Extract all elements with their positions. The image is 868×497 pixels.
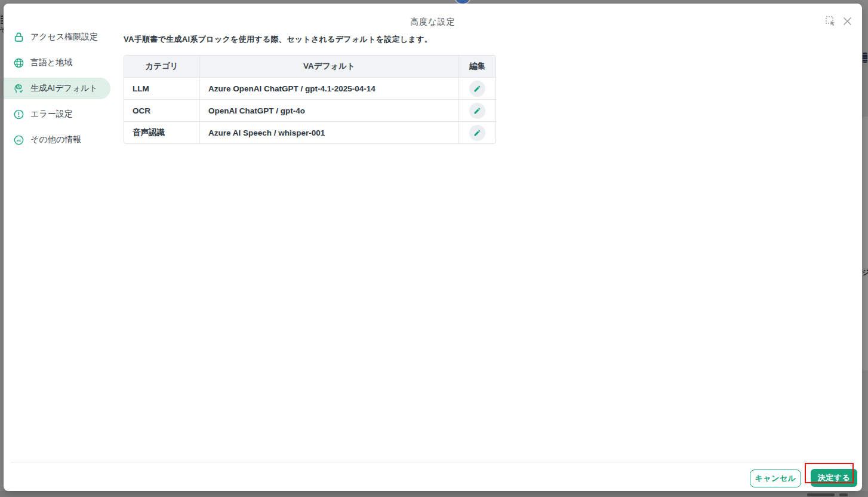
marquee-select-icon[interactable] (825, 16, 836, 27)
table-row: 音声認識 Azure AI Speech / whisper-001 (124, 121, 495, 143)
pencil-icon (473, 85, 481, 93)
error-icon (13, 108, 24, 120)
table-row: OCR OpenAI ChatGPT / gpt-4o (124, 99, 495, 121)
edit-ocr-button[interactable] (469, 103, 485, 119)
globe-icon (13, 57, 24, 69)
category-cell: LLM (124, 78, 200, 99)
va-default-cell: Azure AI Speech / whisper-001 (200, 122, 459, 143)
modal-header-icons (825, 16, 853, 27)
sidebar-item-generative-ai-defaults[interactable]: AI 生成AIデフォルト (4, 78, 110, 99)
backdrop-smudge (839, 493, 848, 496)
sidebar-item-label: エラー設定 (30, 109, 73, 119)
modal-title: 高度な設定 (4, 17, 862, 27)
column-header-category: カテゴリ (124, 56, 200, 77)
sidebar-item-language-region[interactable]: 言語と地域 (4, 52, 110, 73)
lock-icon (13, 31, 24, 43)
backdrop-grid-icon (863, 53, 867, 63)
sidebar-item-error-settings[interactable]: エラー設定 (4, 103, 110, 125)
table-header-row: カテゴリ VAデフォルト 編集 (124, 56, 495, 77)
settings-sidebar: アクセス権限設定 言語と地域 AI 生成AIデフォル (4, 26, 115, 155)
ai-defaults-table: カテゴリ VAデフォルト 編集 LLM Azure OpenAI ChatGPT… (124, 55, 496, 144)
pencil-icon (473, 129, 481, 137)
va-default-cell: Azure OpenAI ChatGPT / gpt-4.1-2025-04-1… (200, 78, 459, 99)
edit-llm-button[interactable] (469, 81, 485, 97)
edit-speech-recognition-button[interactable] (469, 125, 485, 141)
sidebar-item-label: アクセス権限設定 (30, 32, 98, 42)
etc-icon: etc (13, 134, 24, 146)
sidebar-item-label: その他の情報 (30, 134, 81, 145)
section-description: VA手順書で生成AI系ブロックを使用する際、セットされるデフォルトを設定します。 (124, 34, 432, 45)
backdrop-bottom-strip (0, 491, 868, 497)
sidebar-item-label: 言語と地域 (30, 57, 72, 68)
backdrop-right-strip: ジ (862, 0, 868, 497)
sidebar-item-access-permissions[interactable]: アクセス権限設定 (4, 26, 110, 48)
close-icon[interactable] (842, 16, 853, 27)
svg-text:etc: etc (16, 138, 21, 142)
column-header-edit: 編集 (459, 56, 495, 77)
cancel-button[interactable]: キャンセル (750, 470, 801, 487)
backdrop-smudge (807, 493, 835, 496)
svg-text:AI: AI (17, 85, 21, 88)
column-header-va-default: VAデフォルト (200, 56, 459, 77)
advanced-settings-modal: 高度な設定 アクセス権限設定 (4, 4, 862, 491)
backdrop-right-panel (862, 116, 868, 370)
backdrop-dots (1, 16, 3, 24)
category-cell: 音声認識 (124, 122, 200, 143)
footer-divider (11, 462, 855, 462)
pencil-icon (473, 107, 481, 115)
confirm-button[interactable]: 決定する (811, 469, 857, 487)
va-default-cell: OpenAI ChatGPT / gpt-4o (200, 100, 459, 121)
table-row: LLM Azure OpenAI ChatGPT / gpt-4.1-2025-… (124, 77, 495, 99)
generative-ai-icon: AI (13, 82, 24, 94)
sidebar-item-other-info[interactable]: etc その他の情報 (4, 129, 110, 151)
category-cell: OCR (124, 100, 200, 121)
sidebar-item-label: 生成AIデフォルト (30, 83, 98, 94)
backdrop-right-glyph: ジ (862, 268, 868, 278)
